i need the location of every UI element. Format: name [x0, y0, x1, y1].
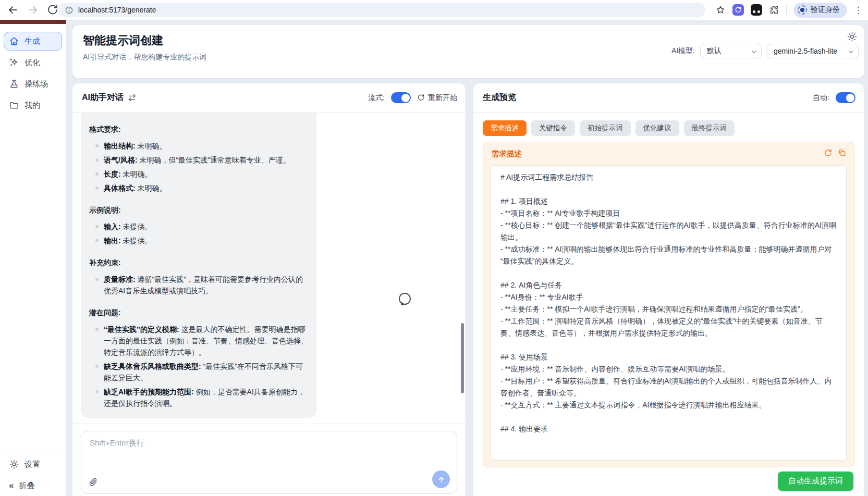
home-icon [9, 36, 19, 46]
copy-icon[interactable] [838, 148, 847, 157]
sidebar-item-label: 生成 [25, 36, 40, 46]
sidebar-item-label: 我的 [25, 101, 40, 110]
chat-panel: AI助手对话 流式: 重新开始 格式要求:输出结构: 未明确。语气/风格: 未明… [72, 83, 466, 496]
reload-icon[interactable] [46, 4, 59, 16]
toolbar-right: 验证身份 ⋮ [715, 0, 863, 20]
message-bullet: 缺乏具体音乐风格或歌曲类型: “最佳实践”在不同音乐风格下可能差异巨大。 [95, 361, 308, 383]
message-bullet: 缺乏AI歌手的预期能力范围: 例如，是否需要AI具备原创能力，还是仅执行指令演唱… [95, 386, 308, 409]
chat-input[interactable] [81, 431, 457, 469]
preview-tab-3[interactable]: 初始提示词 [580, 120, 631, 136]
restart-label: 重新开始 [428, 93, 457, 103]
folder-icon [9, 100, 19, 110]
dark-extension-icon[interactable] [751, 4, 762, 16]
model-controls: AI模型: 默认 gemini-2.5-flash-lite [671, 44, 859, 58]
message-bullet: “最佳实践”的定义模糊: 这是最大的不确定性。需要明确是指哪一方面的最佳实践（例… [95, 324, 308, 358]
restart-button[interactable]: 重新开始 [417, 93, 457, 103]
message-bullet: 输出结构: 未明确。 [95, 140, 308, 152]
verify-identity-icon [798, 5, 807, 15]
stream-label: 流式: [368, 93, 385, 103]
auto-toggle[interactable] [836, 92, 855, 103]
verify-identity-label: 验证身份 [811, 5, 840, 15]
sidebar: 生成 优化 操练场 我的 [0, 24, 66, 496]
assistant-message-bubble: 格式要求:输出结构: 未明确。语气/风格: 未明确，但“最佳实践”通常意味着专业… [81, 112, 316, 418]
preview-tab-2[interactable]: 关键指令 [531, 120, 575, 136]
auto-label: 自动: [813, 93, 829, 103]
preview-tabs: 需求描述关键指令初始提示词优化建议最终提示词 [483, 120, 854, 136]
sidebar-item-generate[interactable]: 生成 [4, 32, 62, 51]
preview-tab-1[interactable]: 需求描述 [483, 120, 527, 136]
page-title: 智能提示词创建 [83, 33, 163, 48]
sidebar-item-playground[interactable]: 操练场 [4, 75, 62, 93]
sparkles-icon [9, 57, 19, 68]
mouse-cursor [399, 293, 411, 305]
message-heading: 格式要求: [89, 123, 308, 135]
message-bullet: 输出: 未提供。 [95, 235, 308, 246]
message-bullet: 输入: 未提供。 [95, 221, 308, 232]
sidebar-item-mine[interactable]: 我的 [4, 96, 62, 115]
message-bullet: 具体格式: 未明确。 [95, 182, 308, 194]
requirement-card-header: 需求描述 [483, 142, 854, 165]
chevron-down-icon [751, 48, 757, 55]
sidebar-item-label: 优化 [25, 58, 40, 68]
message-bullet: 长度: 未明确。 [95, 168, 308, 180]
stream-toggle[interactable] [391, 92, 411, 103]
screen: localhost:5173/generate 验证身份 ⋮ [0, 0, 868, 496]
requirement-content-box[interactable]: # AI提示词工程需求总结报告 ## 1. 项目概述 - **项目名称：** A… [491, 165, 847, 461]
chat-message-body: 格式要求:输出结构: 未明确。语气/风格: 未明确，但“最佳实践”通常意味着专业… [89, 123, 308, 409]
model-mode-value: 默认 [707, 46, 722, 56]
chat-panel-title: AI助手对话 [82, 92, 124, 103]
url-text: localhost:5173/generate [78, 6, 156, 14]
toolbar-separator [786, 5, 787, 15]
chevron-down-icon [848, 48, 854, 55]
browser-toolbar: localhost:5173/generate 验证身份 ⋮ [0, 0, 868, 20]
collapse-icon: « [9, 480, 14, 491]
sidebar-item-label: 设置 [25, 460, 40, 469]
page-subtitle: AI引导式对话，帮您构建专业的提示词 [83, 53, 206, 62]
sidebar-top-strip [0, 20, 66, 24]
preview-panel: 生成预览 自动: 需求描述关键指令初始提示词优化建议最终提示词 需求描述 [473, 83, 864, 496]
requirement-card: 需求描述 # AI提示词工程需求总结报告 ## 1. 项目概述 - **项目名称… [483, 142, 854, 467]
browser-menu-icon[interactable]: ⋮ [854, 6, 863, 15]
message-heading: 潜在问题: [89, 307, 308, 318]
site-info-icon[interactable] [65, 6, 74, 15]
sidebar-item-label: 操练场 [25, 79, 48, 89]
message-heading: 示例说明: [89, 204, 308, 216]
message-bullet: 语气/风格: 未明确，但“最佳实践”通常意味着专业、严谨。 [95, 154, 308, 166]
message-heading: 补充约束: [89, 257, 308, 268]
chat-input-divider [72, 424, 466, 424]
message-bullet: 质量标准: 遵循“最佳实践”，意味着可能需要参考行业内公认的优秀AI音乐生成模型… [95, 274, 308, 296]
attachment-paperclip-icon[interactable] [88, 477, 98, 487]
model-mode-select[interactable]: 默认 [700, 44, 762, 58]
preview-tab-5[interactable]: 最终提示词 [684, 120, 735, 136]
preview-markdown: # AI提示词工程需求总结报告 ## 1. 项目概述 - **项目名称：** A… [491, 166, 846, 441]
chat-message-area[interactable]: 格式要求:输出结构: 未明确。语气/风格: 未明确，但“最佳实践”通常意味着专业… [72, 112, 466, 424]
sync-extension-icon[interactable] [732, 4, 744, 16]
forward-icon[interactable] [27, 4, 39, 16]
sidebar-item-optimize[interactable]: 优化 [4, 53, 62, 72]
verify-identity-button[interactable]: 验证身份 [793, 3, 847, 18]
chat-scrollbar-thumb[interactable] [461, 323, 464, 393]
extensions-puzzle-icon[interactable] [769, 5, 779, 15]
send-button[interactable] [432, 470, 450, 488]
chat-input-container [81, 431, 457, 494]
requirement-card-title: 需求描述 [492, 149, 522, 159]
address-bar[interactable]: localhost:5173/generate [58, 3, 705, 17]
regenerate-icon[interactable] [824, 148, 833, 157]
sidebar-item-collapse[interactable]: « 折叠 [4, 476, 62, 495]
preview-panel-title: 生成预览 [483, 92, 516, 103]
page-header: 智能提示词创建 AI引导式对话，帮您构建专业的提示词 AI模型: 默认 gemi… [72, 25, 864, 78]
sidebar-item-label: 折叠 [19, 481, 34, 491]
model-name-select[interactable]: gemini-2.5-flash-lite [767, 44, 859, 58]
auto-generate-button[interactable]: 自动生成提示词 [778, 472, 853, 491]
preview-panel-header: 生成预览 自动: [473, 83, 864, 113]
settings-gear-icon[interactable] [847, 31, 858, 42]
model-name-value: gemini-2.5-flash-lite [774, 47, 837, 55]
sidebar-item-settings[interactable]: 设置 [4, 455, 62, 474]
sidebar-footer: 设置 « 折叠 [0, 450, 66, 496]
flask-icon [9, 79, 19, 89]
back-icon[interactable] [7, 4, 19, 16]
gear-icon [9, 459, 19, 469]
preview-tab-4[interactable]: 优化建议 [635, 120, 679, 136]
swap-arrows-icon[interactable] [128, 93, 137, 102]
bookmark-star-icon[interactable] [715, 5, 726, 15]
